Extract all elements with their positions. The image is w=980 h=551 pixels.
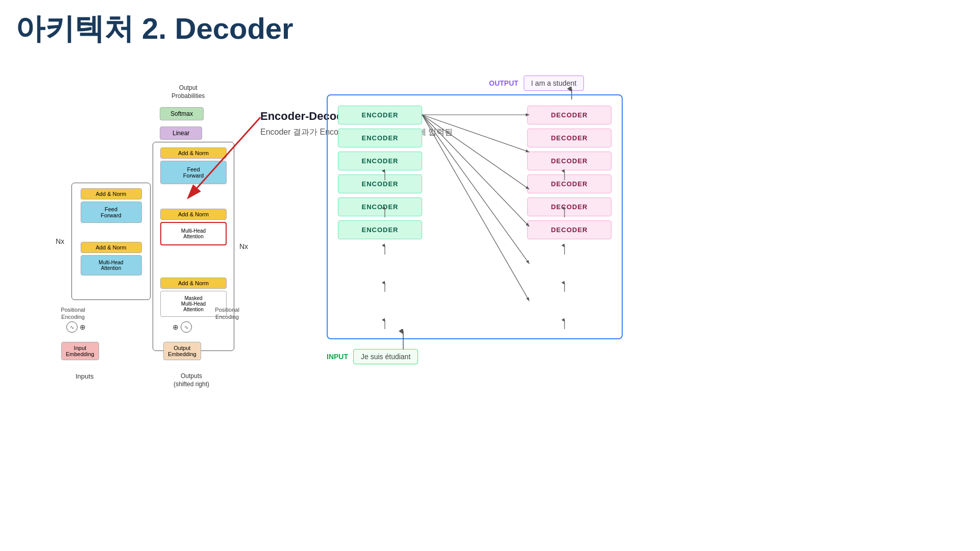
dec-ff-section: Add & Norm FeedForward [160, 147, 227, 184]
linear-box: Linear [160, 127, 202, 140]
svg-line-19 [422, 115, 529, 189]
outputs-label: Outputs(shifted right) [158, 372, 225, 388]
dec-pos-enc-label: PositionalEncoding [204, 306, 250, 321]
input-tokens-box: Je suis étudiant [353, 349, 418, 364]
output-embedding-box: OutputEmbedding [163, 342, 201, 360]
input-label: INPUT [327, 353, 348, 361]
enc-input-emb-container: InputEmbedding [61, 342, 99, 360]
dec-cross-attn-section: Add & Norm Multi-HeadAttention [160, 209, 227, 245]
enc-dec-main-box: ENCODER ENCODER ENCODER ENCODER ENCODER … [327, 94, 623, 339]
inputs-label: Inputs [76, 372, 93, 380]
input-down-arrow [398, 329, 408, 352]
svg-line-18 [422, 115, 529, 152]
nx-label-decoder: Nx [239, 242, 248, 251]
softmax-container: Softmax [160, 107, 204, 120]
dec-wavy-circle: ∿ [181, 321, 192, 333]
enc-add-norm-1: Add & Norm [81, 188, 142, 199]
dec-add-norm-1: Add & Norm [160, 147, 227, 159]
enc-feed-forward: FeedForward [81, 202, 142, 223]
nx-label-encoder: Nx [56, 237, 64, 245]
enc-plus: ⊕ [80, 323, 86, 331]
output-label: OUTPUT [489, 79, 519, 87]
dec-output-emb-container: OutputEmbedding [163, 342, 201, 360]
enc-wavy-circle: ∿ [66, 321, 78, 333]
dec-add-norm-2: Add & Norm [160, 209, 227, 220]
enc-vertical-arrows [380, 95, 390, 340]
dec-feed-forward: FeedForward [160, 161, 227, 184]
page-title: 아키텍처 2. Decoder [15, 9, 293, 49]
encoder-outer-block: Add & Norm FeedForward Add & Norm Multi-… [71, 183, 151, 300]
output-prob-label: OutputProbabilities [172, 84, 205, 100]
enc-ff-section: Add & Norm FeedForward [81, 188, 142, 223]
dec-add-norm-3: Add & Norm [160, 278, 227, 289]
input-embedding-box: InputEmbedding [61, 342, 99, 360]
svg-line-22 [422, 115, 529, 301]
dec-plus: ⊕ [173, 323, 179, 331]
softmax-box: Softmax [160, 107, 204, 120]
enc-add-norm-2: Add & Norm [81, 242, 142, 253]
linear-container: Linear [160, 127, 202, 140]
enc-pos-enc-label: PositionalEncoding [50, 306, 96, 321]
dec-pos-enc: ⊕ ∿ [173, 321, 192, 333]
dec-mha-box-red: Multi-HeadAttention [160, 222, 227, 245]
dec-vertical-arrows [559, 95, 570, 340]
enc-mha-box: Multi-HeadAttention [81, 255, 142, 276]
enc-pos-enc: ∿ ⊕ [66, 321, 86, 333]
enc-mha-section: Add & Norm Multi-HeadAttention [81, 242, 142, 276]
svg-line-20 [422, 115, 529, 227]
svg-line-21 [422, 115, 529, 264]
